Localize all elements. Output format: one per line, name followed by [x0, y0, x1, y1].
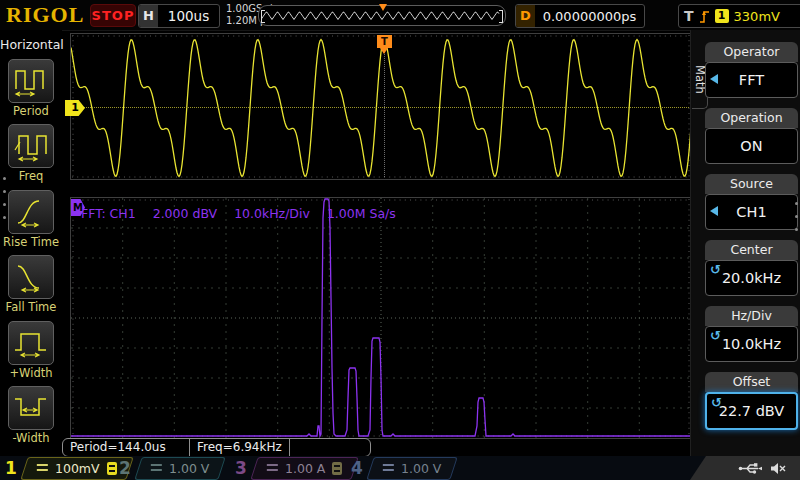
knob-icon: ↺ [710, 328, 721, 343]
measure-button-label: -Width [0, 431, 62, 445]
channel-number: 1 [4, 458, 18, 478]
menu-item-source[interactable]: Source CH1 [705, 174, 798, 230]
measure-sidebar-title: Horizontal [0, 37, 62, 52]
run-stop-indicator[interactable]: STOP [90, 4, 136, 27]
channel-scale: 1.00 V [169, 461, 209, 476]
neg-width-icon [13, 392, 49, 424]
channel-1-status[interactable]: 1 100mV [4, 456, 130, 480]
fft-sample-rate: 1.00M Sa/s [327, 206, 396, 221]
fft-hdiv: 10.0kHz/Div [234, 206, 310, 221]
trigger-block: T 1 330mV [678, 4, 800, 28]
menu-item-label: Hz/Div [705, 306, 798, 326]
trigger-level-value: 330mV [734, 9, 780, 24]
usb-icon [738, 462, 762, 475]
rising-edge-icon [699, 9, 710, 24]
menu-item-operation[interactable]: Operation ON [705, 108, 798, 164]
coupling-icon [383, 463, 394, 473]
waveform-preview-strip[interactable] [258, 5, 506, 26]
menu-item-offset[interactable]: Offset ↺ 22.7 dBV [705, 372, 798, 430]
trigger-source-badge: 1 [715, 9, 729, 23]
trigger-position-line [384, 37, 385, 177]
menu-item-label: Center [705, 240, 798, 260]
speaker-muted-icon [770, 462, 786, 475]
menu-item-label: Operation [705, 108, 798, 128]
horizontal-timebase-block: H 100us [138, 4, 220, 28]
channel-number: 4 [350, 458, 364, 478]
delay-block: D 0.00000000ps [515, 4, 645, 28]
sidebar-page-indicator-dots [3, 177, 6, 229]
timebase-badge: H [139, 5, 158, 27]
fft-scale: 2.000 dBV [153, 206, 217, 221]
channel-status-bar: 1 100mV 2 1.00 V 3 1.00 A 4 1.00 V [0, 456, 800, 480]
menu-item-value: ON [740, 138, 762, 154]
measure-button-label: +Width [0, 366, 62, 380]
channel-2-status[interactable]: 2 1.00 V [118, 456, 222, 480]
trigger-label: T [684, 8, 694, 24]
period-icon [13, 65, 49, 97]
measurement-readout-row: Period=144.0us Freq=6.94kHz [62, 438, 371, 457]
channel-number: 3 [234, 458, 248, 478]
top-status-bar: RIGOL STOP H 100us 1.00GSa/s 1.20M pts D… [0, 0, 800, 31]
oscilloscope-screen: RIGOL STOP H 100us 1.00GSa/s 1.20M pts D… [0, 0, 800, 480]
time-domain-plot: T 1 [70, 33, 692, 180]
fft-spectrum-plot [71, 198, 691, 438]
measure-button-period[interactable]: Period [0, 59, 62, 118]
channel-scale: 100mV [55, 461, 100, 476]
timebase-value: 100us [158, 8, 219, 24]
knob-icon: ↺ [710, 262, 721, 277]
menu-item-center[interactable]: Center ↺ 20.0kHz [705, 240, 798, 296]
menu-page-indicator-dots [795, 202, 798, 241]
record-end-bracket [499, 10, 503, 23]
channel-3-status[interactable]: 3 1.00 A [234, 456, 355, 480]
delay-value: 0.00000000ps [535, 9, 644, 24]
menu-item-value: FFT [739, 72, 764, 88]
delay-badge: D [516, 5, 535, 27]
coupling-icon [37, 463, 48, 473]
menu-item-value: 10.0kHz [722, 336, 781, 352]
menu-item-value: CH1 [736, 204, 766, 220]
menu-item-label: Operator [705, 42, 798, 62]
measure-button-freq[interactable]: Freq [0, 124, 62, 183]
expand-left-arrow-icon [710, 74, 718, 84]
system-status-corner [690, 456, 800, 480]
freq-icon [13, 130, 49, 162]
channel-option-icon [332, 462, 342, 475]
measure-button-label: Rise Time [0, 235, 62, 249]
measure-button-rise-time[interactable]: Rise Time [0, 190, 62, 249]
measure-button-label: Freq [0, 169, 62, 183]
menu-item-operator[interactable]: Operator FFT [705, 42, 798, 98]
channel-scale: 1.00 V [401, 461, 441, 476]
trigger-position-icon [379, 4, 387, 11]
measure-button-label: Fall Time [0, 300, 62, 314]
channel-4-status[interactable]: 4 1.00 V [350, 456, 454, 480]
record-start-bracket [261, 10, 265, 23]
freq-measurement: Freq=6.94kHz [189, 439, 289, 456]
measure-button-neg-width[interactable]: -Width [0, 386, 62, 445]
menu-item-value: 20.0kHz [722, 270, 781, 286]
measure-sidebar: Horizontal Period Freq Rise Time [0, 30, 62, 456]
coupling-icon [151, 463, 162, 473]
menu-item-hzdiv[interactable]: Hz/Div ↺ 10.0kHz [705, 306, 798, 362]
menu-item-label: Source [705, 174, 798, 194]
fft-source: FFT: CH1 [81, 206, 136, 221]
pos-width-icon [13, 327, 49, 359]
trigger-marker-icon[interactable]: T [377, 35, 392, 48]
menu-item-value: 22.7 dBV [719, 403, 785, 419]
fft-plot: FFT: CH1 2.000 dBV 10.0kHz/Div 1.00M Sa/… [70, 197, 692, 439]
empty-measurement-slot [289, 439, 370, 456]
fall-time-icon [13, 261, 49, 293]
channel-option-icon [107, 462, 117, 475]
measure-button-pos-width[interactable]: +Width [0, 321, 62, 380]
period-measurement: Period=144.0us [63, 439, 189, 456]
menu-item-label: Offset [705, 372, 798, 392]
knob-icon: ↺ [711, 395, 722, 410]
ch1-level-line [83, 107, 689, 108]
fft-settings-readout: FFT: CH1 2.000 dBV 10.0kHz/Div 1.00M Sa/… [81, 206, 396, 221]
math-menu-panel: Math Operator FFT Operation ON Source CH… [690, 30, 800, 456]
coupling-icon [267, 463, 278, 473]
measure-button-fall-time[interactable]: Fall Time [0, 255, 62, 314]
rigol-logo: RIGOL [6, 2, 84, 28]
channel-number: 2 [118, 458, 132, 478]
rise-time-icon [13, 196, 49, 228]
channel-scale: 1.00 A [285, 461, 325, 476]
